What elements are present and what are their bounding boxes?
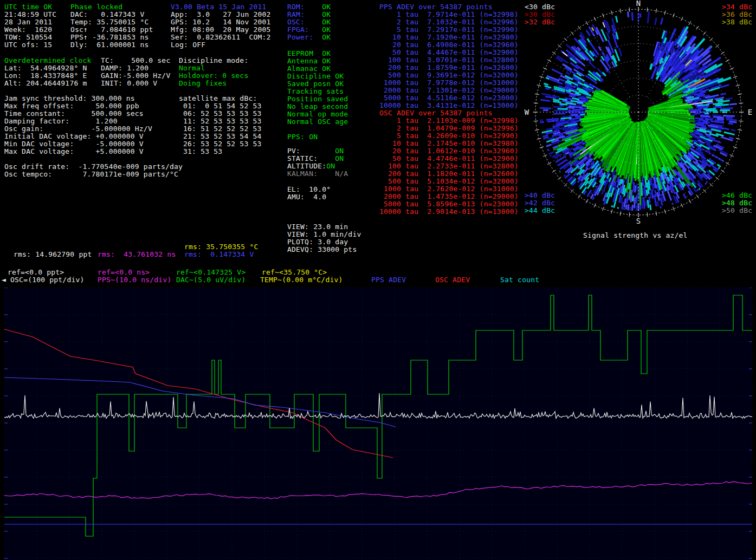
polar-mark (644, 197, 644, 209)
rms-osc: rms: 14.962790 ppt (14, 251, 92, 258)
polar-mark (733, 76, 738, 78)
polar-mark (721, 94, 726, 95)
ref-dac-text: ref~<0.147325 V> (176, 268, 245, 276)
legend-sat-count-text: Sat count (500, 276, 539, 284)
dbc-legend-bottom-left-text: >40 dBc (525, 191, 555, 199)
rms-osc-text: rms: 14.962790 ppt (14, 250, 92, 258)
polar-mark (715, 105, 729, 106)
polar-mark (544, 83, 548, 84)
polar-mark (560, 106, 564, 106)
drift-tempco-text: Osc drift rate: -1.770540e-009 parts/day (4, 162, 183, 171)
oscillator-params-text: Max freq offset: 50.000 ppb (4, 102, 139, 110)
legend-osc-adev-text: OSC ADEV (435, 276, 470, 284)
osc-adev-table-text: 100 tau 2.2733e-011 (n=32800) (379, 162, 519, 170)
version-info: V3.00 Beta 15 Jan 2011App: 3.0 27 Jun 20… (171, 3, 271, 49)
polar-mark (574, 115, 583, 116)
polar-mark (632, 205, 633, 211)
pps-status-text: PPS: ON (287, 133, 318, 141)
polar-mark (542, 135, 548, 137)
receiver-health: EEPROM OKAntenna OKAlmanac OKDiscipline … (287, 50, 348, 126)
dbc-legend-bottom-left-text: >42 dBc (525, 199, 555, 207)
polar-mark (586, 30, 590, 36)
polar-mark (628, 11, 628, 17)
polar-mark (619, 48, 622, 56)
osc-adev-table: OSC ADEV over 54387 points 1 tau 2.1103e… (379, 109, 519, 216)
polar-mark (628, 204, 629, 210)
polar-mark (627, 192, 629, 204)
discipline-mode-text: Discipline mode: (179, 56, 248, 64)
oscillator-status-text: PPS↑ -36.781853 ns (70, 33, 148, 41)
plot-history-chart[interactable] (4, 288, 752, 560)
polar-mark (683, 194, 686, 199)
polar-mark (726, 118, 733, 118)
clock-position-text: Overdetermined clock (4, 56, 92, 64)
scale-dac-text: DAC~(5.0 uV/div) (176, 276, 245, 284)
osc-adev-table-text: 50 tau 4.4746e-011 (n=32900) (379, 154, 519, 162)
dbc-legend-top-right: >34 dBc>36 dBc>38 dBc (722, 3, 752, 26)
osc-adev-table-text: 500 tau 5.1034e-012 (n=32000) (379, 177, 519, 185)
polar-mark (649, 197, 650, 203)
rms-pps: rms: 43.761032 ns (98, 251, 176, 258)
polar-mark (543, 137, 548, 139)
rms-dac: rms: 0.147334 V (184, 251, 254, 258)
polar-mark (650, 63, 652, 69)
polar-mark (699, 188, 700, 190)
polar-mark (726, 60, 729, 62)
pps-adev-table-text: 50 tau 4.4467e-011 (n=32900) (379, 48, 519, 56)
pps-status: PPS: ON (287, 133, 318, 141)
scale-temp-text: TEMP~(0.00 m°C/div) (260, 276, 343, 284)
pps-adev-table-text: 20 tau 6.4908e-011 (n=32960) (379, 41, 519, 49)
drift-tempco: Osc drift rate: -1.770540e-009 parts/day… (4, 163, 183, 178)
utc-status-text: 21:48:59 UTC (4, 10, 56, 18)
pps-adev-table-text: 1 tau 7.9714e-011 (n=32998) (379, 10, 519, 18)
polar-mark (619, 186, 621, 195)
polar-mark (629, 183, 630, 190)
polar-mark (699, 108, 708, 108)
polar-mark (547, 162, 551, 165)
polar-mark (635, 185, 636, 192)
dbc-legend-bottom-left: >40 dBc>42 dBc>44 dBc (525, 192, 555, 214)
version-info-text: GPS: 10.2 14 Nov 2001 (171, 18, 271, 26)
pps-adev-table-text: PPS ADEV over 54387 points (379, 3, 493, 11)
oscillator-status-text: Dly: 61.000001 ns (70, 41, 148, 49)
polar-mark (552, 52, 556, 55)
polar-mark (644, 185, 645, 197)
polar-mark (655, 190, 656, 196)
pps-adev-table-text: 2 tau 7.1032e-011 (n=32996) (379, 18, 519, 26)
version-info-text: Mfg: 08:00 20 May 2005 (171, 25, 271, 34)
polar-mark (721, 52, 725, 55)
polar-mark (611, 11, 612, 15)
polar-mark (656, 211, 656, 216)
polar-mark (655, 18, 657, 25)
self-test-status-text: FPGA: (287, 25, 322, 34)
polar-mark (552, 69, 563, 75)
polar-mark (558, 177, 561, 180)
polar-mark (718, 167, 719, 168)
scale-pps-text: PPS~(10.0 ns/div) (98, 276, 171, 284)
self-test-status-text: RAM: (287, 10, 322, 18)
oscillator-status-text: Phase locked (70, 3, 122, 11)
receiver-modes-text: ALTITUDE: (287, 162, 326, 170)
oscillator-params-text: Max DAC voltage: +5.000000 V (4, 147, 144, 155)
dbc-legend-top-right-text: >34 dBc (722, 3, 752, 11)
self-test-status-text: OK (322, 3, 331, 11)
loop-constants-text: INIT: 0.000 V (101, 79, 157, 87)
polar-mark (599, 47, 602, 51)
pps-adev-table-text: 500 tau 9.3691e-012 (n=32000) (379, 71, 519, 79)
discipline-mode-text: Doing fixes (179, 79, 227, 87)
receiver-health-text: Discipline OK (287, 72, 344, 80)
polar-mark (552, 125, 563, 126)
version-info-text: V3.00 Beta 15 Jan 2011 (171, 3, 267, 11)
version-info-text: App: 3.0 27 Jun 2002 (171, 10, 271, 18)
oscillator-params-text: Min DAC voltage: -5.000000 V (4, 140, 144, 148)
polar-mark (609, 178, 611, 182)
self-test-status-text: ROM: (287, 3, 322, 11)
pps-adev-table-text: 100 tau 3.0701e-011 (n=32800) (379, 56, 519, 64)
polar-mark (696, 194, 699, 198)
ref-temp: ref~<35.750 °C> (262, 269, 327, 276)
polar-mark (577, 103, 585, 104)
scale-dac: DAC~(5.0 uV/div) (176, 276, 245, 284)
polar-mark (713, 103, 722, 105)
pps-adev-table-text: 10000 tau 3.4131e-012 (n=13000) (379, 101, 519, 109)
polar-mark (603, 207, 604, 211)
